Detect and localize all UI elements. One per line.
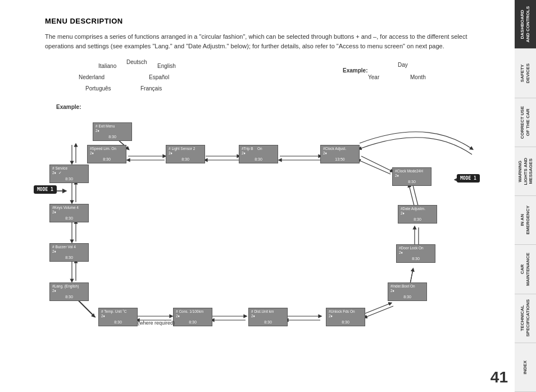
svg-line-7 [358,160,390,174]
box-trip-b: #Trip B On 2♦ 8:30 [239,145,278,163]
diagram: Italiano Deutsch English Español Françai… [45,62,506,331]
box-service: # Service 2♦ ✓ 8:30 [49,165,89,183]
box-date-adjustm: #Date Adjustm. 2♦ 8:30 [398,205,437,224]
box-keys-volume: #Keys Volume 4 2♦ 8:30 [49,204,89,222]
mode1-button-right[interactable]: MODE 1 [457,174,480,183]
label-example-right: Example: [343,67,367,74]
page-number: 41 [490,368,508,386]
sidebar-item-warning[interactable]: WARNINGLIGHTS ANDMESSAGES [515,147,536,196]
intro-text: The menu comprises a series of functions… [45,32,483,51]
sidebar-label-car-maintenance: CARMAINTENANCE [519,250,532,288]
box-clock-mode24h: #Clock Mode24H 2♦ 8:30 [392,167,431,186]
svg-line-14 [365,306,393,317]
box-temp-unit: # Temp. Unit °C 2♦ 8:30 [98,308,138,326]
sidebar-label-warning: WARNINGLIGHTS ANDMESSAGES [516,156,535,188]
box-clock-adjust: #Clock Adjust. 2♦ 13:50 [320,145,360,163]
label-example-left: Example: [56,104,81,110]
sidebar-item-correct-use[interactable]: CORRECT USEOF THE CAR [515,98,536,147]
sidebar-item-index[interactable]: INDEX [515,343,536,392]
box-exit-menu: # Exit Menu 2♦ 8:30 [93,122,132,141]
sidebar-item-car-maintenance[interactable]: CARMAINTENANCE [515,245,536,294]
sidebar-label-emergency: IN ANEMERGENCY [519,203,532,237]
sidebar-item-technical[interactable]: TECHNICALSPECIFICATIONS [515,294,536,343]
label-italiano: Italiano [98,63,116,69]
sidebar: DASHBOARDAND CONTROLS SAFETYDEVICES CORR… [515,0,536,392]
sidebar-item-safety[interactable]: SAFETYDEVICES [515,49,536,98]
label-espanol: Español [149,74,169,80]
label-year: Year [368,74,379,80]
mode1-button-left[interactable]: MODE 1 [34,185,57,194]
sidebar-item-dashboard[interactable]: DASHBOARDAND CONTROLS [515,0,536,49]
svg-line-15 [362,303,390,314]
svg-line-8 [413,185,419,208]
label-francais: Français [140,85,162,92]
label-nederland: Nederland [79,74,105,80]
box-buzzer-vol: # Buzzer Vol 4 2♦ 8:30 [49,243,89,262]
label-deutsch: Deutsch [126,59,147,65]
sidebar-label-technical: TECHNICALSPECIFICATIONS [519,297,532,339]
box-speed-lim: #Speed Lim. On 2♦ 8:30 [87,145,126,163]
label-english: English [157,63,176,69]
box-lang: #Lang. (English) 2♦ 8:30 [49,282,89,301]
diagram-arrows [45,62,506,331]
sidebar-label-dashboard: DASHBOARDAND CONTROLS [519,4,532,44]
sidebar-label-correct-use: CORRECT USEOF THE CAR [519,104,532,141]
sidebar-label-index: INDEX [521,358,529,376]
sidebar-item-emergency[interactable]: IN ANEMERGENCY [515,196,536,245]
box-door-lock: #Door Lock On 2♦ 8:30 [396,244,435,263]
svg-line-6 [361,156,392,171]
label-where-required: (where required) [138,320,175,326]
svg-line-9 [409,185,415,208]
label-day: Day [398,62,408,68]
sidebar-label-safety: SAFETYDEVICES [519,61,532,85]
label-month: Month [410,74,426,80]
box-cons: # Cons. 1/100km 2♦ 8:30 [173,308,212,326]
page-title: MENU DESCRIPTION [45,17,492,25]
main-content: MENU DESCRIPTION The menu comprises a se… [0,0,515,392]
label-portugues: Português [85,85,111,92]
box-unlock-fds: #Unlock Fds On 2♦ 8:30 [326,308,365,326]
box-light-sensor: # Light Sensor 2 2♦ 8:30 [166,145,205,163]
box-inder-boot: #Inder.Boot On 2♦ 8:30 [388,282,427,301]
box-dist-unit: # Dist.Unit km 2♦ 8:30 [248,308,288,326]
